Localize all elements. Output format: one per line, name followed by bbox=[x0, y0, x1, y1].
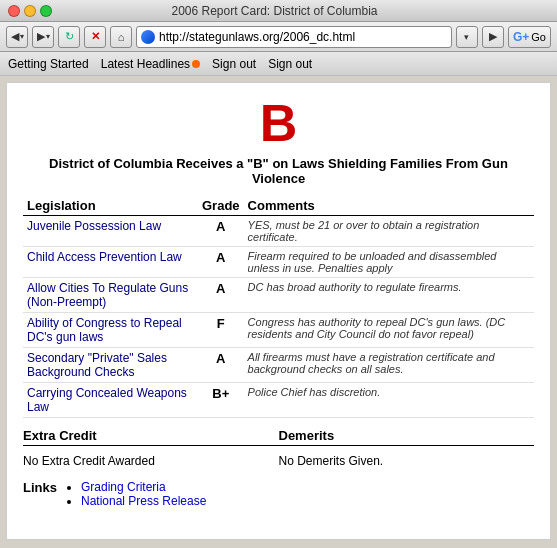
home-button[interactable]: ⌂ bbox=[110, 26, 132, 48]
back-arrow-icon: ◀ bbox=[11, 30, 19, 43]
grading-criteria-link[interactable]: Grading Criteria bbox=[81, 480, 166, 494]
law-name-cell: Secondary "Private" Sales Background Che… bbox=[23, 348, 198, 383]
extra-credit-section: Extra Credit No Extra Credit Awarded bbox=[23, 428, 279, 472]
comment-cell: YES, must be 21 or over to obtain a regi… bbox=[244, 216, 534, 247]
extra-credit-value: No Extra Credit Awarded bbox=[23, 450, 279, 472]
address-bar[interactable]: http://stategunlaws.org/2006_dc.html bbox=[136, 26, 452, 48]
links-list: Grading Criteria National Press Release bbox=[65, 480, 206, 508]
grade-cell: A bbox=[198, 348, 244, 383]
address-dropdown-button[interactable]: ▾ bbox=[456, 26, 478, 48]
law-name-cell: Juvenile Possession Law bbox=[23, 216, 198, 247]
demerits-header: Demerits bbox=[279, 428, 535, 446]
google-icon: G+ bbox=[513, 30, 529, 44]
list-item: National Press Release bbox=[81, 494, 206, 508]
toolbar-getting-started[interactable]: Getting Started bbox=[8, 57, 89, 71]
links-section: Links Grading Criteria National Press Re… bbox=[23, 480, 534, 508]
links-label: Links bbox=[23, 480, 57, 495]
col-header-legislation: Legislation bbox=[23, 196, 198, 216]
table-row: Secondary "Private" Sales Background Che… bbox=[23, 348, 534, 383]
law-name-cell: Ability of Congress to Repeal DC's gun l… bbox=[23, 313, 198, 348]
table-row: Allow Cities To Regulate Guns (Non-Preem… bbox=[23, 278, 534, 313]
google-search-bar[interactable]: G+ Go bbox=[508, 26, 551, 48]
comment-cell: Firearm required to be unloaded and disa… bbox=[244, 247, 534, 278]
minimize-button[interactable] bbox=[24, 5, 36, 17]
demerits-section: Demerits No Demerits Given. bbox=[279, 428, 535, 472]
grade-cell: A bbox=[198, 216, 244, 247]
table-row: Child Access Prevention LawAFirearm requ… bbox=[23, 247, 534, 278]
toolbar-sign-out-1[interactable]: Sign out bbox=[212, 57, 256, 71]
list-item: Grading Criteria bbox=[81, 480, 206, 494]
legislation-table: Legislation Grade Comments Juvenile Poss… bbox=[23, 196, 534, 418]
national-press-release-link[interactable]: National Press Release bbox=[81, 494, 206, 508]
title-bar: 2006 Report Card: District of Columbia bbox=[0, 0, 557, 22]
demerits-value: No Demerits Given. bbox=[279, 450, 535, 472]
comment-cell: Congress has authority to repeal DC's gu… bbox=[244, 313, 534, 348]
grade-cell: A bbox=[198, 247, 244, 278]
browser-toolbar: Getting Started Latest Headlines Sign ou… bbox=[0, 52, 557, 76]
forward-arrow-icon: ▶ bbox=[37, 30, 45, 43]
grade-cell: A bbox=[198, 278, 244, 313]
comment-cell: Police Chief has discretion. bbox=[244, 383, 534, 418]
col-header-comments: Comments bbox=[244, 196, 534, 216]
window-controls bbox=[8, 5, 52, 17]
extra-credit-header: Extra Credit bbox=[23, 428, 279, 446]
main-content: B District of Columbia Receives a "B" on… bbox=[6, 82, 551, 540]
col-header-grade: Grade bbox=[198, 196, 244, 216]
toolbar-sign-out-2[interactable]: Sign out bbox=[268, 57, 312, 71]
comment-cell: All firearms must have a registration ce… bbox=[244, 348, 534, 383]
address-text: http://stategunlaws.org/2006_dc.html bbox=[159, 30, 355, 44]
forward-button[interactable]: ▶ ▾ bbox=[32, 26, 54, 48]
back-button[interactable]: ◀ ▾ bbox=[6, 26, 28, 48]
navigation-bar: ◀ ▾ ▶ ▾ ↻ ✕ ⌂ http://stategunlaws.org/20… bbox=[0, 22, 557, 52]
maximize-button[interactable] bbox=[40, 5, 52, 17]
forward-dropdown-icon: ▾ bbox=[46, 32, 50, 41]
refresh-button[interactable]: ↻ bbox=[58, 26, 80, 48]
headline-text: District of Columbia Receives a "B" on L… bbox=[23, 156, 534, 186]
close-button[interactable] bbox=[8, 5, 20, 17]
law-name-cell: Allow Cities To Regulate Guns (Non-Preem… bbox=[23, 278, 198, 313]
table-row: Ability of Congress to Repeal DC's gun l… bbox=[23, 313, 534, 348]
law-name-cell: Carrying Concealed Weapons Law bbox=[23, 383, 198, 418]
back-dropdown-icon: ▾ bbox=[20, 32, 24, 41]
window-title: 2006 Report Card: District of Columbia bbox=[52, 4, 497, 18]
page-icon bbox=[141, 30, 155, 44]
table-row: Juvenile Possession LawAYES, must be 21 … bbox=[23, 216, 534, 247]
go-button[interactable]: ▶ bbox=[482, 26, 504, 48]
law-name-cell: Child Access Prevention Law bbox=[23, 247, 198, 278]
stop-button[interactable]: ✕ bbox=[84, 26, 106, 48]
comment-cell: DC has broad authority to regulate firea… bbox=[244, 278, 534, 313]
google-go-label: Go bbox=[531, 31, 546, 43]
grade-cell: F bbox=[198, 313, 244, 348]
table-row: Carrying Concealed Weapons LawB+Police C… bbox=[23, 383, 534, 418]
grade-display: B bbox=[23, 95, 534, 152]
extra-section: Extra Credit No Extra Credit Awarded Dem… bbox=[23, 428, 534, 472]
grade-cell: B+ bbox=[198, 383, 244, 418]
toolbar-latest-headlines[interactable]: Latest Headlines bbox=[101, 57, 200, 71]
